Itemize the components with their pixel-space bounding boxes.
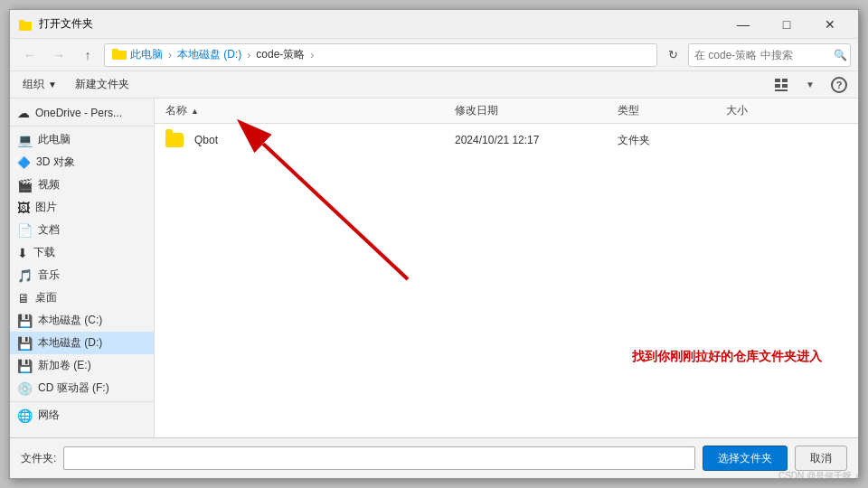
svg-rect-5	[782, 79, 788, 82]
svg-rect-3	[112, 49, 118, 52]
sidebar-label-disk-e: 新加卷 (E:)	[38, 358, 91, 373]
folder-label: 文件夹:	[21, 451, 56, 466]
svg-rect-0	[19, 22, 32, 31]
sidebar-label-video: 视频	[38, 177, 60, 192]
sidebar-label-desktop: 桌面	[35, 290, 57, 305]
new-folder-label: 新建文件夹	[75, 77, 129, 92]
folder-icon	[165, 133, 184, 147]
sidebar-item-picture[interactable]: 🖼 图片	[10, 196, 154, 219]
sidebar-label-network: 网络	[38, 408, 60, 423]
up-button[interactable]: ↑	[75, 42, 100, 68]
picture-icon: 🖼	[17, 201, 30, 215]
sidebar-label-picture: 图片	[35, 200, 57, 215]
music-icon: 🎵	[17, 268, 33, 283]
sidebar-divider	[10, 126, 154, 127]
svg-rect-1	[19, 20, 24, 23]
sort-icon: ▲	[191, 107, 199, 116]
back-button[interactable]: ←	[17, 42, 42, 68]
sidebar-label-thispc: 此电脑	[38, 132, 71, 147]
sidebar-item-disk-f[interactable]: 💿 CD 驱动器 (F:)	[10, 377, 154, 399]
column-date[interactable]: 修改日期	[455, 103, 618, 118]
window-icon	[17, 16, 33, 33]
sidebar-divider-2	[10, 401, 154, 402]
new-folder-button[interactable]: 新建文件夹	[70, 75, 135, 94]
navigation-toolbar: ← → ↑ 此电脑 › 本地磁盘 (D:) › code-策略 › ↻ 🔍	[10, 39, 858, 71]
search-icon: 🔍	[834, 49, 847, 61]
sidebar-item-thispc[interactable]: 💻 此电脑	[10, 128, 154, 151]
sidebar-item-video[interactable]: 🎬 视频	[10, 174, 154, 196]
file-name: Qbot	[194, 134, 218, 146]
sidebar-label-disk-c: 本地磁盘 (C:)	[38, 313, 102, 328]
sidebar-item-network[interactable]: 🌐 网络	[10, 404, 154, 427]
file-name-col: Qbot	[165, 133, 455, 147]
column-type[interactable]: 类型	[618, 103, 726, 118]
disk-e-icon: 💾	[17, 359, 33, 373]
annotation-text: 找到你刚刚拉好的仓库文件夹进入	[632, 349, 822, 365]
bottom-buttons: 选择文件夹 取消	[703, 446, 847, 471]
onedrive-icon: ☁	[17, 106, 30, 120]
video-icon: 🎬	[17, 178, 33, 192]
sidebar-item-document[interactable]: 📄 文档	[10, 219, 154, 241]
sidebar-label-onedrive: OneDrive - Pers...	[35, 107, 122, 119]
sidebar-label-disk-f: CD 驱动器 (F:)	[38, 380, 109, 396]
column-name[interactable]: 名称 ▲	[165, 103, 455, 118]
download-icon: ⬇	[17, 246, 28, 260]
thispc-icon: 💻	[17, 133, 33, 147]
address-part-3[interactable]: code-策略	[256, 47, 305, 62]
view-dropdown-button[interactable]: ▼	[798, 75, 822, 95]
file-list-header: 名称 ▲ 修改日期 类型 大小	[155, 99, 858, 124]
sidebar-item-music[interactable]: 🎵 音乐	[10, 264, 154, 286]
folder-icon-addr	[112, 47, 127, 62]
search-input[interactable]	[694, 49, 830, 61]
sidebar-item-download[interactable]: ⬇ 下载	[10, 241, 154, 264]
sidebar-label-document: 文档	[38, 222, 60, 238]
file-list: 名称 ▲ 修改日期 类型 大小 Qbot 2024/10	[155, 99, 858, 437]
disk-d-icon: 💾	[17, 336, 33, 351]
address-part-2[interactable]: 本地磁盘 (D:)	[177, 47, 241, 62]
svg-rect-2	[112, 51, 127, 60]
svg-line-10	[263, 144, 408, 279]
help-button[interactable]: ?	[827, 75, 851, 95]
3d-icon: 🔷	[17, 156, 31, 169]
sidebar-item-3d[interactable]: 🔷 3D 对象	[10, 151, 154, 174]
sidebar-label-3d: 3D 对象	[36, 155, 75, 170]
folder-input[interactable]	[63, 446, 695, 470]
sidebar-item-desktop[interactable]: 🖥 桌面	[10, 286, 154, 309]
close-button[interactable]: ✕	[809, 10, 851, 39]
select-folder-button[interactable]: 选择文件夹	[703, 446, 788, 471]
svg-rect-6	[775, 84, 780, 88]
svg-rect-4	[775, 79, 780, 82]
network-icon: 🌐	[17, 408, 33, 423]
forward-button[interactable]: →	[46, 42, 71, 68]
sidebar-item-disk-c[interactable]: 💾 本地磁盘 (C:)	[10, 309, 154, 332]
window-title: 打开文件夹	[39, 16, 722, 32]
search-bar[interactable]: 🔍	[688, 43, 851, 67]
column-size[interactable]: 大小	[726, 103, 798, 118]
file-dialog-window: 打开文件夹 — □ ✕ ← → ↑ 此电脑 › 本	[9, 9, 859, 479]
organize-label: 组织	[23, 77, 44, 92]
organize-button[interactable]: 组织 ▼	[17, 75, 62, 94]
sidebar-item-onedrive[interactable]: ☁ OneDrive - Pers...	[10, 102, 154, 124]
maximize-button[interactable]: □	[766, 10, 807, 39]
action-toolbar: 组织 ▼ 新建文件夹 ▼ ?	[10, 71, 858, 99]
sidebar-label-disk-d: 本地磁盘 (D:)	[38, 335, 102, 351]
view-toggle-button[interactable]	[769, 75, 793, 95]
disk-f-icon: 💿	[17, 381, 33, 396]
sidebar-label-download: 下载	[33, 245, 55, 260]
address-part-1[interactable]: 此电脑	[130, 47, 163, 62]
window-controls: — □ ✕	[722, 10, 851, 39]
watermark: CSDN @是何千呀 ♪	[778, 470, 859, 483]
file-row[interactable]: Qbot 2024/10/21 12:17 文件夹	[155, 124, 858, 156]
bottom-bar: 文件夹: 选择文件夹 取消	[10, 437, 858, 478]
view-controls: ▼ ?	[769, 75, 851, 95]
view-dropdown-icon: ▼	[806, 80, 815, 89]
refresh-button[interactable]: ↻	[661, 43, 684, 67]
sidebar-item-disk-e[interactable]: 💾 新加卷 (E:)	[10, 354, 154, 377]
sidebar-item-disk-d[interactable]: 💾 本地磁盘 (D:)	[10, 332, 154, 354]
svg-rect-7	[782, 84, 788, 88]
cancel-button[interactable]: 取消	[795, 446, 847, 471]
address-bar[interactable]: 此电脑 › 本地磁盘 (D:) › code-策略 ›	[104, 43, 657, 67]
file-date: 2024/10/21 12:17	[455, 134, 618, 146]
svg-rect-8	[775, 89, 788, 91]
minimize-button[interactable]: —	[722, 10, 764, 39]
